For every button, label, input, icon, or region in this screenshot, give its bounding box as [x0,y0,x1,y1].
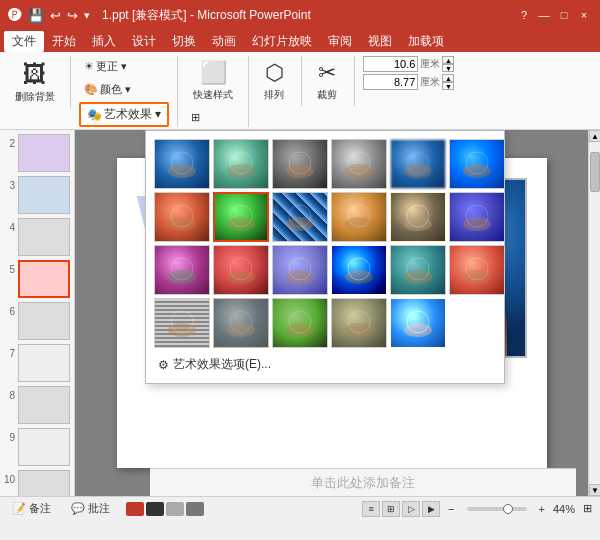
zoom-thumb[interactable] [503,504,513,514]
normal-view-button[interactable]: ≡ [362,501,380,517]
status-icons [126,502,204,516]
notes-area[interactable]: 单击此处添加备注 [150,468,576,496]
height-down[interactable]: ▼ [442,82,454,90]
slide-thumb-9[interactable]: 9 [4,428,70,466]
effect-thumb-4[interactable] [331,139,387,189]
effect-thumb-2[interactable] [213,139,269,189]
menu-slideshow[interactable]: 幻灯片放映 [244,31,320,52]
effect-thumb-15[interactable] [272,245,328,295]
effect-thumb-10[interactable] [331,192,387,242]
restore-button[interactable]: □ [556,7,572,23]
height-spinner[interactable]: ▲ ▼ [442,74,454,90]
slide-thumb-8[interactable]: 8 [4,386,70,424]
svg-point-10 [463,164,491,178]
svg-point-18 [345,217,373,231]
effect-thumb-7[interactable] [154,192,210,242]
reading-view-button[interactable]: ▷ [402,501,420,517]
quick-access-save[interactable]: 💾 [28,8,44,23]
zoom-out-icon[interactable]: − [448,503,454,515]
svg-point-8 [404,164,432,178]
quick-style-label: 快速样式 [193,88,233,102]
scroll-up-button[interactable]: ▲ [589,130,600,142]
sun-icon: ☀ [84,60,94,73]
effect-thumb-5[interactable] [390,139,446,189]
menu-view[interactable]: 视图 [360,31,400,52]
slide-num-9: 9 [4,432,15,443]
effect-thumb-18[interactable] [449,245,505,295]
menu-transition[interactable]: 切换 [164,31,204,52]
menu-insert[interactable]: 插入 [84,31,124,52]
slide-thumb-4[interactable]: 4 [4,218,70,256]
width-down[interactable]: ▼ [442,64,454,72]
slide-thumb-2[interactable]: 2 [4,134,70,172]
effect-thumb-13[interactable] [154,245,210,295]
height-input[interactable] [363,74,418,90]
ribbon-group-adjust: ☀ 更正 ▾ 🎨 颜色 ▾ 🎭 艺术效果 ▾ [79,56,178,127]
arrange-button[interactable]: ⬡ 排列 [257,56,291,106]
effect-thumb-3[interactable] [272,139,328,189]
effect-thumb-17[interactable] [390,245,446,295]
zoom-slider[interactable] [467,507,527,511]
scroll-thumb[interactable] [590,152,600,192]
quick-style-button[interactable]: ⬜ 快速样式 [186,56,240,106]
effect-thumb-11[interactable] [390,192,446,242]
slide-sorter-button[interactable]: ⊞ [382,501,400,517]
color-icon: 🎨 [84,83,98,96]
height-up[interactable]: ▲ [442,74,454,82]
effect-thumb-1[interactable] [154,139,210,189]
effect-thumb-12[interactable] [449,192,505,242]
comments-button[interactable]: 💬 批注 [67,500,114,517]
effect-thumb-8[interactable] [213,192,269,242]
effect-thumb-6[interactable] [449,139,505,189]
menu-addins[interactable]: 加载项 [400,31,452,52]
slideshow-button[interactable]: ▶ [422,501,440,517]
slide-img-4 [18,218,70,256]
effect-thumb-9[interactable] [272,192,328,242]
help-button[interactable]: ? [516,7,532,23]
menu-animation[interactable]: 动画 [204,31,244,52]
color-button[interactable]: 🎨 颜色 ▾ [79,79,136,100]
width-spinner[interactable]: ▲ ▼ [442,56,454,72]
crop-button[interactable]: ✂ 裁剪 [310,56,344,106]
svg-point-12 [168,217,196,231]
art-effects-options-button[interactable]: ⚙ 艺术效果选项(E)... [154,354,496,375]
vertical-scrollbar[interactable]: ▲ ▼ [588,130,600,496]
svg-point-2 [227,164,255,178]
slide-thumb-5[interactable]: 5 [4,260,70,298]
zoom-in-icon[interactable]: + [539,503,545,515]
slide-img-8 [18,386,70,424]
width-input[interactable] [363,56,418,72]
menu-home[interactable]: 开始 [44,31,84,52]
slide-thumb-7[interactable]: 7 [4,344,70,382]
compress-button[interactable]: ⊞ [186,108,205,127]
slide-thumb-3[interactable]: 3 [4,176,70,214]
menu-file[interactable]: 文件 [4,31,44,52]
menu-design[interactable]: 设计 [124,31,164,52]
slide-thumb-10[interactable]: 10 [4,470,70,496]
fit-button[interactable]: ⊞ [583,502,592,515]
effect-thumb-23[interactable] [390,298,446,348]
effect-thumb-19[interactable] [154,298,210,348]
ribbon-row-2: 🎨 颜色 ▾ [79,79,136,100]
quick-access-extra[interactable]: ▾ [84,9,90,22]
scroll-down-button[interactable]: ▼ [589,484,600,496]
minimize-button[interactable]: — [536,7,552,23]
slide-thumb-6[interactable]: 6 [4,302,70,340]
effect-thumb-22[interactable] [331,298,387,348]
remove-bg-button[interactable]: 🖼 删除背景 [8,56,62,108]
status-icon-1 [126,502,144,516]
quick-access-redo[interactable]: ↪ [67,8,78,23]
options-icon: ⚙ [158,358,169,372]
quick-access-undo[interactable]: ↩ [50,8,61,23]
effect-thumb-20[interactable] [213,298,269,348]
slide-panel: 2 3 4 5 6 7 8 9 [0,130,75,496]
menu-review[interactable]: 审阅 [320,31,360,52]
effect-thumb-14[interactable] [213,245,269,295]
art-effect-button[interactable]: 🎭 艺术效果 ▾ [79,102,169,127]
notes-button[interactable]: 📝 备注 [8,500,55,517]
width-up[interactable]: ▲ [442,56,454,64]
close-button[interactable]: × [576,7,592,23]
effect-thumb-21[interactable] [272,298,328,348]
corrections-button[interactable]: ☀ 更正 ▾ [79,56,132,77]
effect-thumb-16[interactable] [331,245,387,295]
